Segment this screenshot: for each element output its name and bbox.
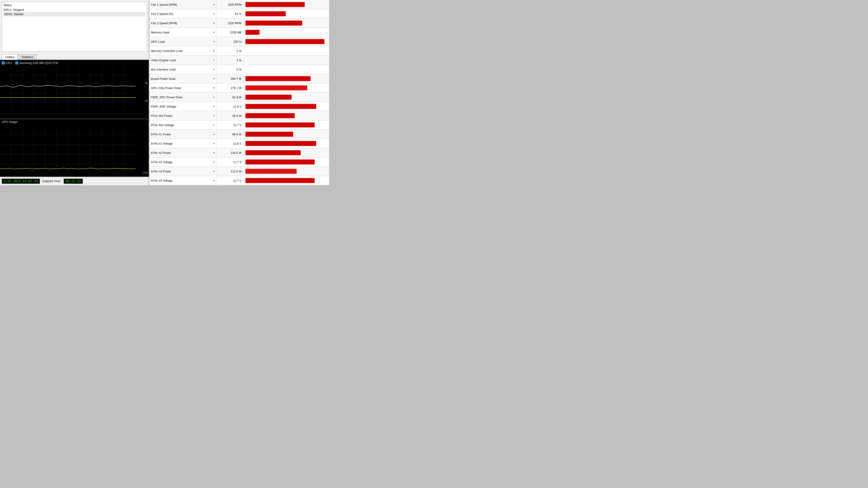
ssd-checkbox[interactable] (16, 61, 18, 64)
metric-dropdown-5[interactable]: Memory Controller Load ▼ (149, 46, 217, 55)
bottom-bar: 3.03.2022 03:07:49 Elapsed Time: 00:22:2… (0, 177, 149, 185)
tab-statistics[interactable]: Statistics (18, 54, 37, 60)
metric-row: GPU Chip Power Draw ▼ 275.1 W (149, 84, 329, 93)
chart-area: CPU Samsung SSD 860 QVO 2TB (0, 60, 149, 177)
cpu-label: CPU (6, 61, 12, 65)
right-panel: Fan 1 Speed (RPM) ▼ 1520 RPM Fan 2 Speed… (149, 0, 329, 185)
metric-row: Fan 1 Speed (RPM) ▼ 1520 RPM (149, 0, 329, 9)
bar-2 (246, 21, 302, 26)
bar-12 (246, 113, 295, 118)
metric-name-8: Board Power Draw (151, 77, 212, 80)
bar-3 (246, 30, 259, 35)
dropdown-arrow-2: ▼ (213, 22, 215, 24)
metric-row: GPU Load ▼ 100 % (149, 37, 329, 46)
metric-dropdown-10[interactable]: PWR_SRC Power Draw ▼ (149, 93, 217, 102)
metric-row: Bus Interface Load ▼ 0 % (149, 65, 329, 74)
bar-container-8 (244, 74, 329, 83)
metric-dropdown-11[interactable]: PWR_SRC Voltage ▼ (149, 102, 217, 111)
cpu-checkbox[interactable] (2, 61, 5, 64)
metric-row: 8-Pin #2 Power ▼ 134.5 W (149, 148, 329, 158)
cpu-usage-title: CPU Usage (2, 120, 18, 124)
metric-row: Fan 2 Speed (%) ▼ 51 % (149, 9, 329, 19)
bar-container-1 (244, 9, 329, 18)
metric-value-0: 1520 RPM (217, 3, 244, 6)
metric-name-2: Fan 2 Speed (RPM) (151, 22, 212, 25)
bar-container-0 (244, 0, 329, 9)
bar-container-11 (244, 102, 329, 111)
metric-dropdown-16[interactable]: 8-Pin #2 Power ▼ (149, 148, 217, 157)
cpu-usage-grid (0, 125, 149, 177)
metric-dropdown-7[interactable]: Bus Interface Load ▼ (149, 65, 217, 74)
metric-name-5: Memory Controller Load (151, 49, 212, 53)
dropdown-arrow-1: ▼ (213, 13, 215, 15)
dropdown-arrow-4: ▼ (213, 40, 215, 43)
metric-row: PWR_SRC Voltage ▼ 11.8 V (149, 102, 329, 111)
ssd-checkbox-label[interactable]: Samsung SSD 860 QVO 2TB (16, 61, 58, 65)
metric-dropdown-18[interactable]: 8-Pin #3 Power ▼ (149, 167, 217, 176)
cpu-usage-header: CPU Usage (0, 119, 149, 125)
metric-name-9: GPU Chip Power Draw (151, 86, 212, 90)
metric-name-16: 8-Pin #2 Power (151, 151, 212, 155)
metric-name-0: Fan 1 Speed (RPM) (151, 3, 212, 6)
metric-dropdown-4[interactable]: GPU Load ▼ (149, 37, 217, 46)
metric-row: 8-Pin #1 Voltage ▼ 11.8 V (149, 139, 329, 148)
status-line-1: GPU1: Started (3, 12, 145, 16)
dropdown-arrow-9: ▼ (213, 87, 215, 89)
bar-17 (246, 160, 315, 164)
bar-11 (246, 104, 316, 109)
dropdown-arrow-5: ▼ (213, 50, 215, 52)
metric-name-18: 8-Pin #3 Power (151, 170, 212, 173)
dropdown-arrow-11: ▼ (213, 105, 215, 108)
dropdown-arrow-8: ▼ (213, 77, 215, 80)
tabs-row: Unified Statistics (0, 53, 149, 60)
bar-container-16 (244, 148, 329, 157)
metric-name-12: PCIe Slot Power (151, 114, 212, 118)
dropdown-arrow-3: ▼ (213, 31, 215, 34)
metric-dropdown-1[interactable]: Fan 2 Speed (%) ▼ (149, 9, 217, 18)
metric-dropdown-6[interactable]: Video Engine Load ▼ (149, 56, 217, 65)
metric-dropdown-12[interactable]: PCIe Slot Power ▼ (149, 111, 217, 120)
metric-dropdown-9[interactable]: GPU Chip Power Draw ▼ (149, 84, 217, 92)
chart1-container: 56 38 (0, 66, 149, 119)
cpu-checkbox-label[interactable]: CPU (2, 61, 12, 65)
metric-row: 8-Pin #3 Power ▼ 113.0 W (149, 167, 329, 176)
dropdown-arrow-17: ▼ (213, 161, 215, 163)
ssd-label: Samsung SSD 860 QVO 2TB (19, 61, 58, 65)
dropdown-arrow-19: ▼ (213, 180, 215, 182)
metric-value-6: 3 % (217, 59, 244, 62)
metric-value-7: 0 % (217, 68, 244, 71)
metric-dropdown-2[interactable]: Fan 2 Speed (RPM) ▼ (149, 19, 217, 28)
tab-unified[interactable]: Unified (2, 54, 18, 60)
metric-value-17: 11.7 V (217, 160, 244, 164)
metric-dropdown-8[interactable]: Board Power Draw ▼ (149, 74, 217, 83)
metric-value-9: 275.1 W (217, 86, 244, 90)
metric-dropdown-13[interactable]: PCIe Slot Voltage ▼ (149, 121, 217, 129)
dropdown-arrow-0: ▼ (213, 3, 215, 6)
metric-value-18: 113.0 W (217, 170, 244, 173)
metric-dropdown-3[interactable]: Memory Used ▼ (149, 28, 217, 37)
metric-dropdown-15[interactable]: 8-Pin #1 Voltage ▼ (149, 139, 217, 148)
dropdown-arrow-7: ▼ (213, 68, 215, 71)
bar-10 (246, 95, 291, 100)
metric-value-8: 390.7 W (217, 77, 244, 80)
metric-value-14: 86.6 W (217, 133, 244, 136)
metric-name-4: GPU Load (151, 40, 212, 43)
metric-dropdown-14[interactable]: 8-Pin #1 Power ▼ (149, 130, 217, 139)
datetime-box: 3.03.2022 03:07:49 (2, 179, 40, 184)
bar-container-2 (244, 19, 329, 28)
bar-container-14 (244, 130, 329, 139)
bar-19 (246, 178, 315, 183)
status-title: Status (3, 3, 145, 7)
dropdown-arrow-13: ▼ (213, 124, 215, 126)
metric-dropdown-0[interactable]: Fan 1 Speed (RPM) ▼ (149, 0, 217, 9)
metric-row: PWR_SRC Power Draw ▼ 82.9 W (149, 93, 329, 102)
metric-dropdown-17[interactable]: 8-Pin #2 Voltage ▼ (149, 158, 217, 166)
metric-value-16: 134.5 W (217, 151, 244, 155)
metric-value-13: 11.7 V (217, 123, 244, 127)
bar-16 (246, 150, 301, 155)
bar-container-17 (244, 158, 329, 166)
metric-row: PCIe Slot Power ▼ 56.5 W (149, 111, 329, 121)
metric-value-19: 11.7 V (217, 179, 244, 182)
metric-name-3: Memory Used (151, 31, 212, 34)
metric-dropdown-19[interactable]: 8-Pin #3 Voltage ▼ (149, 176, 217, 185)
